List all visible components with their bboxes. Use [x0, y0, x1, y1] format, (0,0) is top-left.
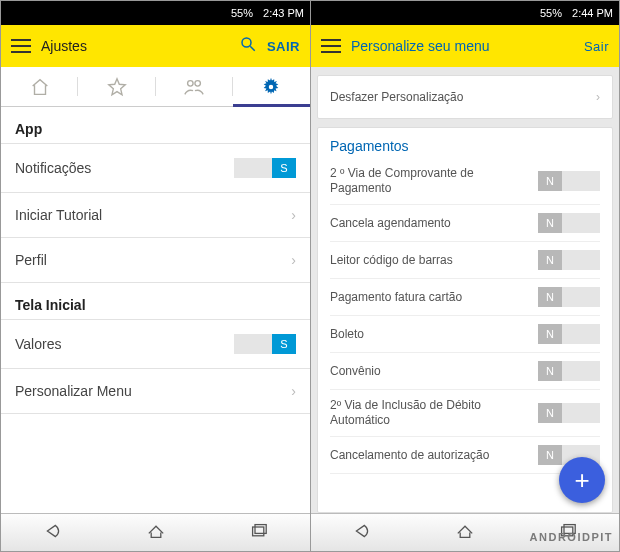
pagamentos-card: Pagamentos 2 º Via de Comprovante de Pag…: [317, 127, 613, 513]
app-topbar: Ajustes SAIR: [1, 25, 310, 67]
personalize-content: Desfazer Personalização › Pagamentos 2 º…: [311, 67, 619, 513]
list-item[interactable]: Boleto: [330, 316, 600, 353]
list-item[interactable]: Convênio: [330, 353, 600, 390]
android-navbar: [311, 513, 619, 551]
list-item[interactable]: Pagamento fatura cartão: [330, 279, 600, 316]
row-personalizar[interactable]: Personalizar Menu ›: [1, 369, 310, 414]
section-header-tela: Tela Inicial: [1, 283, 310, 320]
section-header-app: App: [1, 107, 310, 144]
toggle-notificacoes[interactable]: [234, 158, 296, 178]
clock-time: 2:44 PM: [572, 7, 613, 19]
home-button[interactable]: [144, 522, 168, 544]
tab-favorites[interactable]: [78, 67, 155, 106]
list-item[interactable]: Leitor código de barras: [330, 242, 600, 279]
phone-right: 55% 2:44 PM Personalize seu menu Sair De…: [310, 1, 619, 551]
battery-pct: 55%: [231, 7, 253, 19]
logout-link[interactable]: Sair: [584, 39, 609, 54]
svg-rect-17: [252, 527, 263, 536]
toggle[interactable]: [538, 213, 600, 233]
logout-link[interactable]: SAIR: [267, 39, 300, 54]
row-label: Personalizar Menu: [15, 383, 132, 399]
tab-strip: [1, 67, 310, 107]
svg-point-11: [242, 38, 251, 47]
tab-settings[interactable]: [233, 67, 310, 106]
tab-people[interactable]: [156, 67, 233, 106]
svg-rect-30: [561, 527, 572, 536]
home-button[interactable]: [453, 522, 477, 544]
toggle[interactable]: [538, 324, 600, 344]
row-valores[interactable]: Valores: [1, 320, 310, 369]
toggle-valores[interactable]: [234, 334, 296, 354]
undo-card[interactable]: Desfazer Personalização ›: [317, 75, 613, 119]
row-notificacoes[interactable]: Notificações: [1, 144, 310, 193]
page-title: Ajustes: [41, 38, 229, 54]
toggle[interactable]: [538, 361, 600, 381]
row-label: Notificações: [15, 160, 91, 176]
category-header: Pagamentos: [330, 138, 600, 158]
row-label: Iniciar Tutorial: [15, 207, 102, 223]
tab-home[interactable]: [1, 67, 78, 106]
settings-content: App Notificações Iniciar Tutorial › Perf…: [1, 107, 310, 513]
chevron-right-icon: ›: [291, 383, 296, 399]
recent-button[interactable]: [247, 522, 271, 544]
undo-label: Desfazer Personalização: [330, 90, 463, 104]
search-icon[interactable]: [239, 35, 257, 57]
status-bar: 55% 2:43 PM: [1, 1, 310, 25]
phone-left: 55% 2:43 PM Ajustes SAIR App Notificaçõe…: [1, 1, 310, 551]
svg-rect-18: [255, 524, 266, 533]
row-perfil[interactable]: Perfil ›: [1, 238, 310, 283]
toggle[interactable]: [538, 250, 600, 270]
page-title: Personalize seu menu: [351, 38, 574, 54]
row-label: Valores: [15, 336, 61, 352]
android-navbar: [1, 513, 310, 551]
back-button[interactable]: [350, 522, 374, 544]
toggle[interactable]: [538, 287, 600, 307]
list-item[interactable]: Cancelamento de autorização: [330, 437, 600, 474]
recent-button[interactable]: [556, 522, 580, 544]
menu-icon[interactable]: [11, 39, 31, 53]
svg-line-12: [250, 46, 255, 51]
list-item[interactable]: 2º Via de Inclusão de Débito Automático: [330, 390, 600, 437]
toggle[interactable]: [538, 403, 600, 423]
row-label: Perfil: [15, 252, 47, 268]
svg-point-13: [188, 80, 194, 86]
back-button[interactable]: [41, 522, 65, 544]
chevron-right-icon: ›: [596, 90, 600, 104]
toggle[interactable]: [538, 171, 600, 191]
fab-add[interactable]: +: [559, 457, 605, 503]
svg-rect-31: [564, 524, 575, 533]
battery-pct: 55%: [540, 7, 562, 19]
status-bar: 55% 2:44 PM: [311, 1, 619, 25]
list-item[interactable]: 2 º Via de Comprovante de Pagamento: [330, 158, 600, 205]
menu-icon[interactable]: [321, 39, 341, 53]
svg-point-14: [195, 80, 201, 86]
row-tutorial[interactable]: Iniciar Tutorial ›: [1, 193, 310, 238]
chevron-right-icon: ›: [291, 207, 296, 223]
app-topbar: Personalize seu menu Sair: [311, 25, 619, 67]
list-item[interactable]: Cancela agendamento: [330, 205, 600, 242]
clock-time: 2:43 PM: [263, 7, 304, 19]
chevron-right-icon: ›: [291, 252, 296, 268]
screenshot-container: 55% 2:43 PM Ajustes SAIR App Notificaçõe…: [0, 0, 620, 552]
svg-point-16: [268, 84, 274, 90]
